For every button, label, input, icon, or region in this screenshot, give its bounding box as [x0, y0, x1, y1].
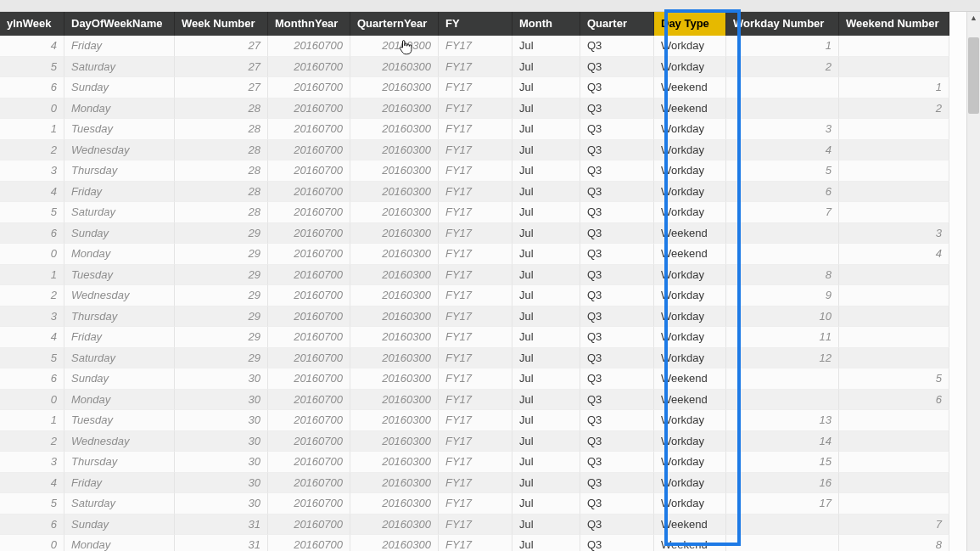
cell-quarternYear[interactable]: 20160300 — [350, 98, 439, 120]
cell-dayType[interactable]: Workday — [654, 265, 726, 286]
cell-quarter[interactable]: Q3 — [580, 348, 654, 369]
cell-weekNum[interactable]: 29 — [175, 306, 268, 328]
cell-month[interactable]: Jul — [512, 410, 580, 431]
cell-dayType[interactable]: Workday — [654, 285, 726, 306]
cell-dayType[interactable]: Workday — [654, 140, 726, 161]
cell-quarter[interactable]: Q3 — [580, 140, 654, 161]
cell-weekendNum[interactable]: 8 — [839, 535, 949, 551]
cell-quarter[interactable]: Q3 — [580, 327, 654, 348]
cell-quarternYear[interactable]: 20160300 — [350, 473, 439, 494]
cell-month[interactable]: Jul — [512, 493, 580, 514]
cell-month[interactable]: Jul — [512, 473, 580, 494]
cell-weekNum[interactable]: 30 — [175, 452, 268, 473]
cell-quarternYear[interactable]: 20160300 — [350, 452, 439, 473]
cell-monthnYear[interactable]: 20160700 — [268, 285, 350, 306]
column-header-monthnYear[interactable]: MonthnYear — [268, 12, 350, 36]
cell-month[interactable]: Jul — [512, 119, 580, 140]
scroll-up-arrow-icon[interactable]: ▲ — [967, 12, 980, 24]
cell-dayName[interactable]: Tuesday — [64, 119, 175, 140]
cell-dayInWeek[interactable]: 0 — [0, 98, 64, 120]
cell-quarter[interactable]: Q3 — [580, 77, 654, 98]
cell-quarternYear[interactable]: 20160300 — [350, 306, 439, 328]
cell-dayType[interactable]: Workday — [654, 493, 726, 514]
cell-dayInWeek[interactable]: 6 — [0, 514, 64, 536]
cell-monthnYear[interactable]: 20160700 — [268, 431, 350, 453]
cell-quarter[interactable]: Q3 — [580, 452, 654, 473]
cell-quarternYear[interactable]: 20160300 — [350, 327, 439, 348]
cell-quarternYear[interactable]: 20160300 — [350, 410, 439, 431]
cell-quarter[interactable]: Q3 — [580, 390, 654, 411]
cell-dayName[interactable]: Friday — [64, 327, 175, 348]
cell-weekNum[interactable]: 27 — [175, 77, 268, 98]
cell-fy[interactable]: FY17 — [439, 306, 512, 328]
cell-weekNum[interactable]: 30 — [175, 410, 268, 431]
cell-dayName[interactable]: Sunday — [64, 77, 175, 98]
cell-workdayNum[interactable] — [726, 77, 839, 98]
cell-monthnYear[interactable]: 20160700 — [268, 223, 350, 245]
cell-weekendNum[interactable] — [839, 327, 949, 348]
cell-month[interactable]: Jul — [512, 77, 580, 98]
cell-dayName[interactable]: Sunday — [64, 368, 175, 390]
cell-dayInWeek[interactable]: 0 — [0, 535, 64, 551]
cell-dayName[interactable]: Saturday — [64, 348, 175, 369]
column-header-weekNum[interactable]: Week Number — [175, 12, 268, 36]
cell-fy[interactable]: FY17 — [439, 98, 512, 120]
cell-dayName[interactable]: Friday — [64, 473, 175, 494]
cell-weekendNum[interactable] — [839, 431, 949, 453]
cell-dayInWeek[interactable]: 2 — [0, 285, 64, 306]
cell-fy[interactable]: FY17 — [439, 493, 512, 514]
cell-weekendNum[interactable] — [839, 265, 949, 286]
cell-workdayNum[interactable]: 16 — [726, 473, 839, 494]
cell-weekendNum[interactable]: 5 — [839, 368, 949, 390]
cell-dayType[interactable]: Weekend — [654, 98, 726, 120]
cell-workdayNum[interactable] — [726, 98, 839, 120]
cell-quarter[interactable]: Q3 — [580, 160, 654, 182]
cell-month[interactable]: Jul — [512, 57, 580, 78]
cell-monthnYear[interactable]: 20160700 — [268, 244, 350, 265]
cell-month[interactable]: Jul — [512, 306, 580, 328]
cell-fy[interactable]: FY17 — [439, 182, 512, 203]
cell-weekNum[interactable]: 27 — [175, 36, 268, 57]
cell-dayInWeek[interactable]: 4 — [0, 36, 64, 57]
cell-dayInWeek[interactable]: 3 — [0, 160, 64, 182]
cell-weekendNum[interactable] — [839, 306, 949, 328]
cell-dayType[interactable]: Weekend — [654, 514, 726, 536]
cell-weekendNum[interactable] — [839, 410, 949, 431]
cell-quarter[interactable]: Q3 — [580, 493, 654, 514]
cell-quarternYear[interactable]: 20160300 — [350, 431, 439, 453]
cell-weekendNum[interactable] — [839, 182, 949, 203]
cell-monthnYear[interactable]: 20160700 — [268, 98, 350, 120]
scroll-track[interactable] — [968, 36, 979, 551]
cell-monthnYear[interactable]: 20160700 — [268, 493, 350, 514]
cell-month[interactable]: Jul — [512, 202, 580, 223]
cell-quarter[interactable]: Q3 — [580, 285, 654, 306]
cell-month[interactable]: Jul — [512, 182, 580, 203]
cell-quarternYear[interactable]: 20160300 — [350, 285, 439, 306]
cell-quarter[interactable]: Q3 — [580, 36, 654, 57]
cell-dayName[interactable]: Sunday — [64, 223, 175, 245]
cell-monthnYear[interactable]: 20160700 — [268, 306, 350, 328]
cell-dayInWeek[interactable]: 1 — [0, 410, 64, 431]
cell-month[interactable]: Jul — [512, 140, 580, 161]
column-header-workdayNum[interactable]: Workday Number — [726, 12, 839, 36]
cell-quarternYear[interactable]: 20160300 — [350, 514, 439, 536]
cell-dayInWeek[interactable]: 6 — [0, 368, 64, 390]
cell-dayType[interactable]: Workday — [654, 119, 726, 140]
cell-weekendNum[interactable]: 2 — [839, 98, 949, 120]
cell-workdayNum[interactable] — [726, 244, 839, 265]
cell-month[interactable]: Jul — [512, 36, 580, 57]
cell-workdayNum[interactable]: 6 — [726, 182, 839, 203]
cell-quarter[interactable]: Q3 — [580, 98, 654, 120]
vertical-scrollbar[interactable]: ▲ — [966, 12, 980, 551]
cell-dayName[interactable]: Tuesday — [64, 265, 175, 286]
cell-quarternYear[interactable]: 20160300 — [350, 265, 439, 286]
cell-quarter[interactable]: Q3 — [580, 535, 654, 551]
cell-workdayNum[interactable] — [726, 368, 839, 390]
cell-monthnYear[interactable]: 20160700 — [268, 473, 350, 494]
cell-quarternYear[interactable]: 20160300 — [350, 493, 439, 514]
cell-weekNum[interactable]: 29 — [175, 265, 268, 286]
cell-weekendNum[interactable] — [839, 140, 949, 161]
cell-quarternYear[interactable]: 20160300 — [350, 182, 439, 203]
cell-quarternYear[interactable]: 20160300 — [350, 244, 439, 265]
cell-quarternYear[interactable]: 20160300 — [350, 140, 439, 161]
